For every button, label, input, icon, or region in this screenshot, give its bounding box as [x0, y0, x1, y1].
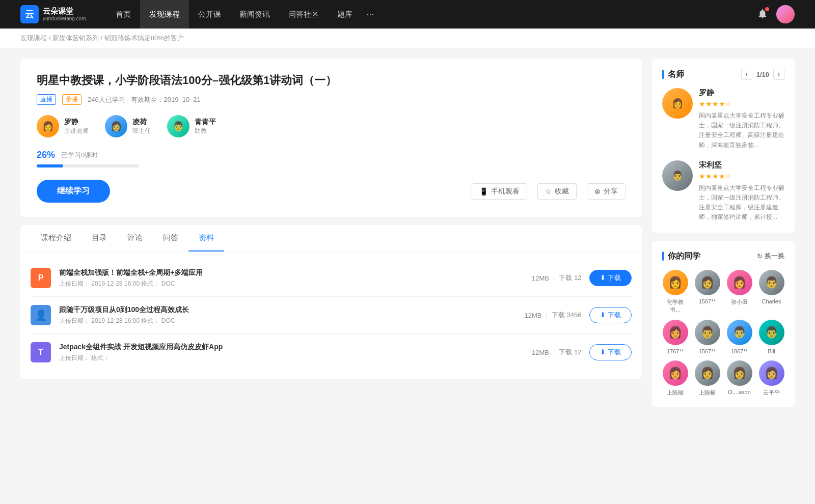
course-title: 明星中教授课，小学阶段语法100分–强化级第1讲动词（一） — [37, 73, 626, 88]
logo[interactable]: 云 云朵课堂 yunduoketang.com — [20, 5, 86, 23]
classmate-avatar-11[interactable]: 👩 — [759, 360, 784, 386]
teachers-sidebar-title: 名师 — [668, 69, 684, 80]
classmate-avatar-7[interactable]: 👨 — [759, 320, 784, 345]
classmate-avatar-3[interactable]: 👨 — [759, 270, 784, 295]
navigation: 云 云朵课堂 yunduoketang.com 首页 发现课程 公开课 新闻资讯… — [0, 0, 815, 29]
nav-questions[interactable]: 题库 — [328, 0, 362, 29]
sidebar-teacher-0: 👩 罗静 ★★★★☆ 国内某重点大学安全工程专业硕士，国家一级注册消防工程师、注… — [662, 88, 784, 150]
nav-discover[interactable]: 发现课程 — [140, 0, 189, 29]
resource-item-0: P 前端全栈加强版！前端全栈+全周期+多端应用 上传日期： 2019-12-28… — [31, 260, 632, 297]
sidebar: 名师 ‹ 1/10 › 👩 罗静 ★★★★☆ 国内某重点大学安全工程专业硕士，国… — [652, 59, 795, 415]
teacher-0: 👩 罗静 主讲老师 — [37, 115, 89, 137]
resource-icon-0: P — [31, 268, 51, 288]
tab-intro[interactable]: 课程介绍 — [31, 225, 82, 251]
classmate-name-7: Bill — [768, 348, 775, 354]
classmate-avatar-5[interactable]: 👨 — [695, 320, 720, 345]
tab-comments[interactable]: 评论 — [117, 225, 153, 251]
resource-meta-1: 上传日期： 2019-12-28 16:00 格式： DOC — [59, 317, 492, 325]
mobile-watch-btn[interactable]: 📱 手机观看 — [472, 183, 527, 200]
nav-news[interactable]: 新闻资讯 — [230, 0, 279, 29]
classmate-avatar-6[interactable]: 👨 — [727, 320, 752, 345]
sidebar-teacher-stars-0: ★★★★☆ — [699, 100, 784, 108]
classmate-9: 👩 上陈楠 — [694, 360, 720, 397]
resource-stats-2: 12MB | 下载 12 — [500, 348, 581, 357]
progress-section: 26% 已学习0课时 — [37, 150, 626, 167]
classmate-name-4: 1767** — [667, 348, 684, 354]
sidebar-teacher-1: 👨 宋利坚 ★★★★☆ 国内某重点大学安全工程专业硕士，国家一级注册消防工程师、… — [662, 160, 784, 222]
refresh-classmates-btn[interactable]: ↻ 换一换 — [757, 251, 784, 261]
resource-name-1: 跟随千万级项目从0到100全过程高效成长 — [59, 305, 492, 315]
teachers-list: 👩 罗静 主讲老师 👩 凌荷 班主任 — [37, 115, 626, 137]
user-avatar[interactable] — [776, 5, 795, 23]
share-btn[interactable]: ⊗ 分享 — [587, 183, 626, 200]
teacher-avatar-2: 👨 — [167, 115, 189, 137]
teachers-pagination: ‹ 1/10 › — [741, 69, 784, 80]
resource-icon-2: T — [31, 342, 51, 362]
tab-catalog[interactable]: 目录 — [82, 225, 117, 251]
nav-more[interactable]: ··· — [362, 9, 379, 20]
resource-meta-2: 上传日期： 格式： — [59, 354, 492, 362]
resource-name-0: 前端全栈加强版！前端全栈+全周期+多端应用 — [59, 268, 492, 277]
collect-btn[interactable]: ☆ 收藏 — [537, 183, 577, 200]
classmate-name-6: 1867** — [731, 348, 748, 354]
sidebar-teacher-desc-0: 国内某重点大学安全工程专业硕士，国家一级注册消防工程师、注册安全工程师、高级注册… — [699, 111, 784, 150]
course-meta: 直播 录播 246人已学习 · 有效期至：2019–10–21 — [37, 94, 626, 105]
classmate-avatar-10[interactable]: 👩 — [727, 360, 752, 386]
resource-item-1: 👤 跟随千万级项目从0到100全过程高效成长 上传日期： 2019-12-28 … — [31, 297, 632, 334]
download-btn-0[interactable]: ⬇ 下载 — [589, 270, 632, 286]
sidebar-teacher-name-0: 罗静 — [699, 88, 784, 98]
resource-meta-0: 上传日期： 2019-12-28 16:00 格式： DOC — [59, 279, 492, 288]
teacher-name-1: 凌荷 — [132, 118, 151, 127]
breadcrumb-current: 销冠修炼术搞定80%的客户 — [104, 34, 184, 42]
progress-label: 已学习0课时 — [61, 151, 98, 160]
logo-name: 云朵课堂 — [43, 7, 86, 16]
teacher-role-2: 助教 — [195, 127, 216, 135]
resource-icon-1: 👤 — [31, 305, 51, 325]
classmate-avatar-8[interactable]: 👩 — [663, 360, 688, 386]
notification-dot — [765, 7, 769, 11]
classmate-avatar-9[interactable]: 👩 — [695, 360, 720, 386]
nav-items: 首页 发现课程 公开课 新闻资讯 问答社区 题库 ··· — [106, 0, 757, 29]
classmate-avatar-0[interactable]: 👩 — [663, 270, 688, 295]
download-btn-2[interactable]: ⬇ 下载 — [589, 344, 632, 360]
tabs-card: 课程介绍 目录 评论 问答 资料 P 前端全栈加强版！前端全栈+全周期+多端应用… — [20, 225, 642, 379]
classmate-2: 👩 张小田 — [726, 270, 752, 314]
nav-qa[interactable]: 问答社区 — [279, 0, 328, 29]
classmate-8: 👩 上陈能 — [662, 360, 688, 397]
sidebar-teacher-name-1: 宋利坚 — [699, 160, 784, 170]
classmate-10: 👩 O....ason — [726, 360, 752, 397]
tab-content: P 前端全栈加强版！前端全栈+全周期+多端应用 上传日期： 2019-12-28… — [20, 251, 642, 379]
classmate-avatar-1[interactable]: 👩 — [695, 270, 720, 295]
classmate-avatar-4[interactable]: 👩 — [663, 320, 688, 345]
teacher-1: 👩 凌荷 班主任 — [105, 115, 151, 137]
tab-qa[interactable]: 问答 — [153, 225, 188, 251]
classmate-name-0: 化学教书... — [662, 298, 688, 314]
nav-home[interactable]: 首页 — [106, 0, 140, 29]
sidebar-teacher-avatar-1: 👨 — [662, 160, 693, 191]
progress-bar — [37, 164, 139, 167]
classmate-7: 👨 Bill — [758, 320, 784, 354]
resource-stats-1: 12MB | 下载 3456 — [500, 311, 581, 320]
classmate-4: 👩 1767** — [662, 320, 688, 354]
tab-resources[interactable]: 资料 — [188, 225, 224, 251]
page-next[interactable]: › — [773, 69, 784, 80]
classmate-name-3: Charles — [762, 298, 781, 304]
classmate-avatar-2[interactable]: 👩 — [727, 270, 752, 295]
page-prev[interactable]: ‹ — [741, 69, 752, 80]
nav-opencourse[interactable]: 公开课 — [189, 0, 230, 29]
breadcrumb-discover[interactable]: 发现课程 — [20, 34, 47, 42]
breadcrumb-series[interactable]: 新媒体营销系列 — [52, 34, 99, 42]
classmate-name-10: O....ason — [728, 389, 751, 395]
download-btn-1[interactable]: ⬇ 下载 — [589, 307, 632, 323]
tag-live: 直播 — [37, 94, 56, 105]
breadcrumb: 发现课程 / 新媒体营销系列 / 销冠修炼术搞定80%的客户 — [0, 29, 815, 48]
bell-button[interactable] — [757, 8, 768, 21]
classmate-6: 👨 1867** — [726, 320, 752, 354]
classmates-grid: 👩 化学教书... 👩 1567** 👩 张小田 — [662, 270, 784, 397]
teacher-role-0: 主讲老师 — [64, 127, 89, 135]
classmate-name-2: 张小田 — [731, 298, 748, 306]
teacher-name-0: 罗静 — [64, 118, 89, 127]
classmate-name-9: 上陈楠 — [699, 389, 716, 397]
progress-fill — [37, 164, 63, 167]
continue-button[interactable]: 继续学习 — [37, 180, 110, 203]
